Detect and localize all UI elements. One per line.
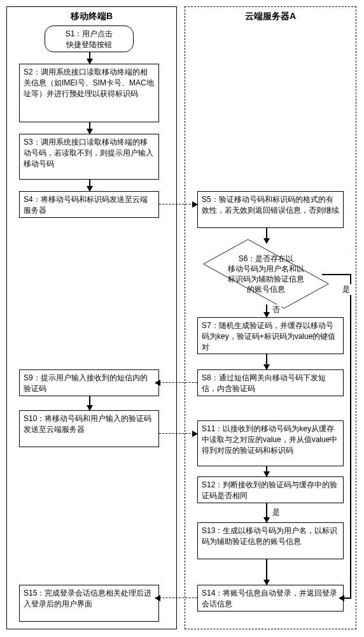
- conn-s6-yes-v: [350, 274, 351, 599]
- arrow-down-icon: [87, 59, 93, 64]
- step-s1-text: S1：用户点击 快捷登陆按钮: [66, 29, 113, 49]
- step-s6-diamond: S6：是否存在以 移动号码为用户名和以 标识码为辅助验证信息 的账号信息: [209, 242, 323, 306]
- step-s4: S4：将移动号码和标识码发送至云端服务器: [19, 191, 159, 218]
- arrow-down-icon: [263, 364, 270, 370]
- arrow-left-icon: [155, 380, 160, 386]
- conn-s6-yes-h: [322, 274, 350, 275]
- arrow-down-icon: [263, 312, 270, 318]
- arrow-down-icon: [87, 405, 93, 411]
- arrow-down-icon: [87, 129, 93, 134]
- step-s12: S12：判断接收到的验证码与缓存中的验证码是否相同: [197, 476, 344, 503]
- step-s1: S1：用户点击 快捷登陆按钮: [45, 25, 134, 52]
- step-s13: S13：生成以移动号码为用户名，以标识码为辅助验证信息的账号信息: [197, 522, 344, 559]
- step-s11-text: S11：以接收到的移动号码为key从缓存中读取与之对应的value，并从值val…: [202, 424, 337, 455]
- arrow-left-icon: [339, 595, 344, 601]
- step-s14-text: S14：将账号信息自动登录，并返回登录会话信息: [202, 589, 337, 608]
- step-s3-text: S3：调用系统接口读取移动终端的移动号码，若读取不到，则提示用户输入移动号码: [24, 138, 153, 168]
- lane-title-right: 云端服务器A: [185, 7, 356, 26]
- conn-s14-s15: [159, 598, 197, 598]
- label-yes: 是: [341, 284, 351, 295]
- step-s4-text: S4：将移动号码和标识码发送至云端服务器: [24, 195, 148, 215]
- step-s8: S8：通过短信网关向移动号码下发短信，内含验证码: [197, 369, 344, 396]
- step-s9: S9：提示用户输入接收到的短信内的验证码: [19, 369, 159, 396]
- conn-s8-s9: [159, 382, 197, 383]
- label-no: 否: [271, 304, 281, 315]
- step-s2-text: S2：调用系统接口读取移动终端的相关信息（如IMEI号、SIM卡号、MAC地址等…: [24, 68, 154, 98]
- arrow-down-icon: [263, 517, 270, 523]
- arrow-down-icon: [87, 186, 93, 192]
- arrow-down-icon: [263, 580, 270, 585]
- conn-s6-yes-h2: [344, 598, 350, 599]
- step-s8-text: S8：通过短信网关向移动号码下发短信，内含验证码: [202, 373, 326, 393]
- step-s12-text: S12：判断接收到的验证码与缓存中的验证码是否相同: [202, 480, 337, 500]
- arrow-right-icon: [192, 201, 198, 208]
- step-s3: S3：调用系统接口读取移动终端的移动号码，若读取不到，则提示用户输入移动号码: [19, 134, 159, 180]
- step-s5: S5：验证移动号码和标识码的格式的有效性，若无效则返回错误信息，否则继续: [197, 191, 344, 228]
- arrow-left-icon: [155, 595, 160, 601]
- conn-s4-s5: [159, 204, 197, 204]
- arrow-right-icon: [192, 431, 198, 437]
- step-s5-text: S5：验证移动号码和标识码的格式的有效性，若无效则返回错误信息，否则继续: [202, 195, 339, 215]
- step-s14: S14：将账号信息自动登录，并返回登录会话信息: [197, 585, 344, 612]
- step-s2: S2：调用系统接口读取移动终端的相关信息（如IMEI号、SIM卡号、MAC地址等…: [19, 64, 159, 122]
- conn-s10-s11: [159, 433, 197, 434]
- step-s15-text: S15：完成登录会话信息相关处理后进入登录后的用户界面: [24, 589, 151, 608]
- step-s10-text: S10：将移动号码和用户输入的验证码发送至云端服务器: [24, 414, 151, 434]
- step-s7-text: S7：随机生成验证码，并缓存以移动号码为key，验证码+标识码为value的键值…: [202, 321, 335, 352]
- step-s6-text: S6：是否存在以 移动号码为用户名和以 标识码为辅助验证信息 的账号信息: [209, 242, 323, 306]
- label-yes2: 是: [271, 507, 281, 518]
- arrow-down-icon: [263, 471, 270, 477]
- step-s10: S10：将移动号码和用户输入的验证码发送至云端服务器: [19, 410, 159, 447]
- step-s9-text: S9：提示用户输入接收到的短信内的验证码: [24, 373, 148, 393]
- lane-title-left: 移动终端B: [7, 7, 176, 26]
- step-s15: S15：完成登录会话信息相关处理后进入登录后的用户界面: [19, 585, 159, 622]
- step-s11: S11：以接收到的移动号码为key从缓存中读取与之对应的value，并从值val…: [197, 420, 344, 466]
- arrow-down-icon: [263, 238, 270, 244]
- step-s13-text: S13：生成以移动号码为用户名，以标识码为辅助验证信息的账号信息: [202, 526, 337, 546]
- step-s7: S7：随机生成验证码，并缓存以移动号码为key，验证码+标识码为value的键值…: [197, 317, 344, 354]
